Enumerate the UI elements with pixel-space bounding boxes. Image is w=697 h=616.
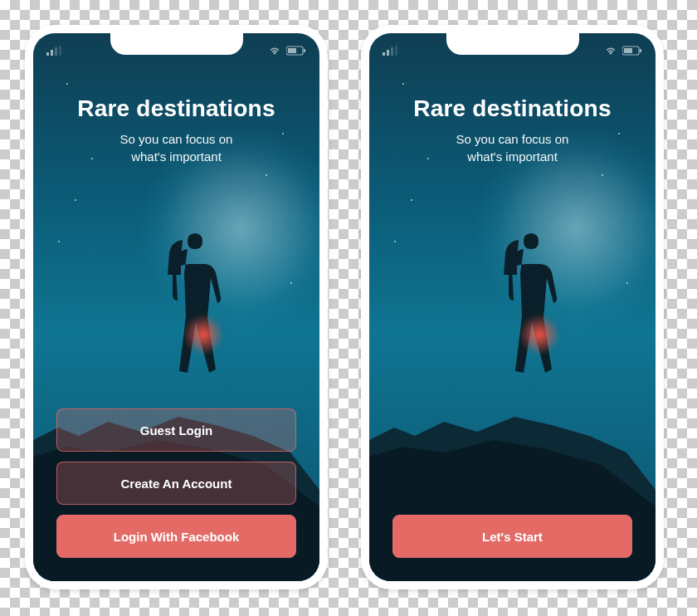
screen-login: Rare destinations So you can focus on wh…: [33, 33, 319, 581]
svg-rect-7: [383, 52, 385, 56]
page-title: Rare destinations: [58, 95, 295, 122]
subtitle-line-2: what's important: [467, 149, 558, 164]
svg-rect-6: [304, 49, 305, 52]
svg-rect-13: [640, 49, 641, 52]
guest-login-button[interactable]: Guest Login: [56, 408, 296, 452]
create-account-label: Create An Account: [121, 477, 232, 491]
phone-notch: [446, 32, 579, 55]
svg-rect-0: [46, 52, 49, 56]
screen-start: Rare destinations So you can focus on wh…: [369, 33, 656, 581]
svg-rect-1: [51, 50, 53, 56]
subtitle-line-2: what's important: [131, 149, 222, 164]
hero-text: Rare destinations So you can focus on wh…: [33, 95, 319, 165]
svg-rect-9: [391, 47, 393, 56]
wifi-icon: [604, 44, 617, 59]
svg-rect-3: [59, 46, 61, 56]
page-subtitle: So you can focus on what's important: [394, 130, 631, 165]
button-stack: Guest Login Create An Account Login With…: [56, 408, 296, 558]
phone-mockup-start: Rare destinations So you can focus on wh…: [361, 25, 664, 589]
create-account-button[interactable]: Create An Account: [56, 462, 296, 505]
guest-login-label: Guest Login: [140, 423, 213, 438]
subtitle-line-1: So you can focus on: [456, 132, 569, 146]
svg-rect-8: [387, 50, 389, 56]
lets-start-label: Let's Start: [482, 530, 543, 544]
page-subtitle: So you can focus on what's important: [58, 130, 295, 165]
svg-rect-5: [288, 48, 296, 53]
signal-icon: [46, 44, 61, 59]
phone-notch: [110, 32, 243, 55]
lets-start-button[interactable]: Let's Start: [392, 515, 632, 558]
page-title: Rare destinations: [394, 95, 631, 122]
wifi-icon: [268, 44, 281, 59]
svg-rect-2: [55, 47, 57, 56]
battery-icon: [622, 44, 642, 59]
subtitle-line-1: So you can focus on: [120, 132, 233, 146]
signal-icon: [383, 44, 397, 59]
facebook-login-button[interactable]: Login With Facebook: [56, 515, 296, 558]
facebook-login-label: Login With Facebook: [114, 530, 240, 544]
svg-rect-10: [395, 46, 397, 56]
svg-rect-12: [624, 48, 632, 53]
phone-mockup-login: Rare destinations So you can focus on wh…: [25, 25, 328, 589]
button-stack: Let's Start: [392, 515, 632, 558]
hero-text: Rare destinations So you can focus on wh…: [369, 95, 656, 165]
battery-icon: [286, 44, 306, 59]
